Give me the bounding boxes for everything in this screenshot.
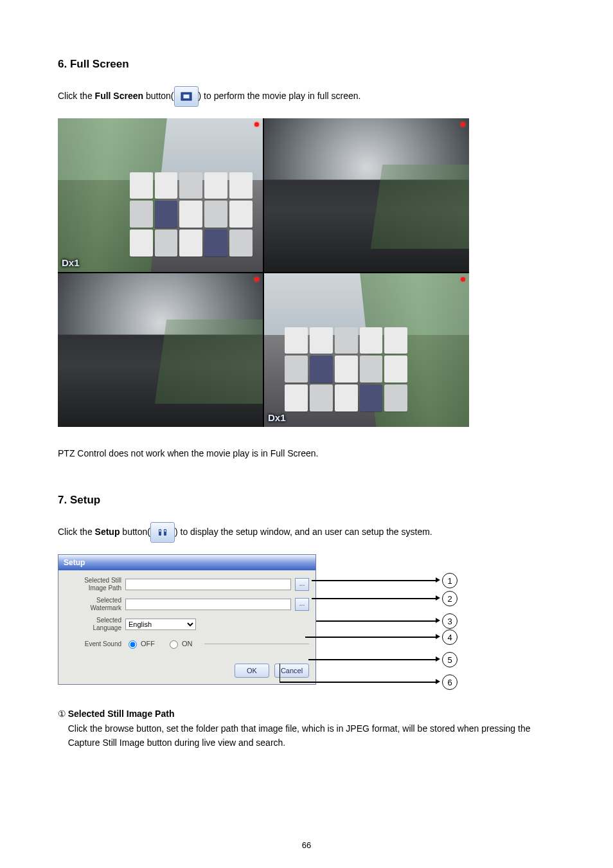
section-title-fullscreen: 6. Full Screen (58, 58, 555, 71)
still-path-input[interactable] (125, 579, 291, 590)
svg-rect-5 (164, 530, 166, 532)
browse-still-path-button[interactable]: ... (295, 578, 309, 591)
watermark-input[interactable] (125, 599, 291, 610)
label-watermark: Selected Watermark (65, 597, 125, 611)
svg-rect-4 (159, 530, 161, 532)
setup-icon (150, 522, 175, 543)
pane-zoom-label: Dx1 (62, 257, 80, 268)
label-event-sound: Event Sound (65, 640, 125, 648)
event-sound-off-radio[interactable]: OFF (125, 638, 155, 649)
event-sound-on-radio[interactable]: ON (166, 638, 193, 649)
fullscreen-ptz-note: PTZ Control does not work when the movie… (58, 446, 555, 460)
video-pane-3 (58, 273, 263, 427)
setup-callouts: 1 2 3 4 5 6 (328, 554, 463, 685)
ok-button[interactable]: OK (235, 664, 269, 678)
record-indicator-icon (254, 277, 259, 282)
setup-desc: Click the Setup button( ) to display the… (58, 522, 555, 543)
full-screen-icon (174, 86, 199, 107)
video-pane-2 (264, 118, 469, 272)
section-title-setup: 7. Setup (58, 494, 555, 507)
record-indicator-icon (461, 277, 465, 282)
pane-zoom-label: Dx1 (268, 412, 286, 423)
fullscreen-desc: Click the Full Screen button( ) to perfo… (58, 86, 555, 107)
browse-watermark-button[interactable]: ... (295, 598, 309, 611)
svg-rect-1 (183, 95, 189, 98)
page-number: 66 (0, 840, 613, 850)
record-indicator-icon (461, 122, 465, 127)
fullscreen-quad-view: Dx1 Dx1 (58, 118, 469, 427)
callout-3: 3 (442, 613, 458, 629)
video-pane-1: Dx1 (58, 118, 263, 272)
label-still-path: Selected Still Image Path (65, 577, 125, 592)
setup-dialog: Setup Selected Still Image Path ... Sele… (58, 554, 316, 685)
callout-1-description: ① Selected Still Image Path Click the br… (58, 707, 555, 750)
video-pane-4: Dx1 (264, 273, 469, 427)
label-language: Selected Language (65, 617, 125, 631)
callout-4: 4 (442, 629, 458, 645)
callout-2: 2 (442, 591, 458, 606)
callout-5: 5 (442, 652, 458, 667)
record-indicator-icon (254, 122, 259, 127)
language-select[interactable]: English (125, 619, 196, 630)
callout-6: 6 (442, 674, 458, 690)
setup-dialog-title: Setup (58, 555, 315, 570)
callout-1: 1 (442, 573, 458, 588)
